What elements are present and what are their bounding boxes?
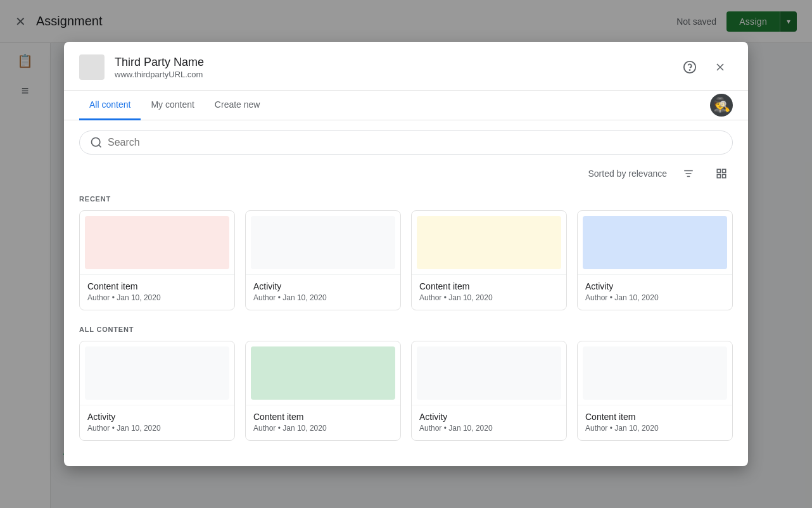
card-meta-3: Author • Jan 10, 2020 — [419, 293, 559, 302]
card-recent-3[interactable]: Content item Author • Jan 10, 2020 — [411, 210, 567, 310]
modal-overlay: Third Party Name www.thirdpartyURL.com — [0, 0, 812, 508]
thumb-image-4 — [583, 216, 727, 269]
card-thumb-4 — [578, 211, 732, 274]
modal-dialog: Third Party Name www.thirdpartyURL.com — [64, 42, 748, 466]
modal-tabs: All content My content Create new 🕵️ — [64, 91, 748, 120]
card-title-2: Activity — [253, 281, 393, 291]
sort-label: Sorted by relevance — [588, 168, 667, 179]
card-title-a4: Content item — [585, 412, 725, 422]
card-all-1[interactable]: Activity Author • Jan 10, 2020 — [79, 341, 235, 441]
modal-title-group: Third Party Name www.thirdpartyURL.com — [115, 55, 677, 79]
card-meta-a2: Author • Jan 10, 2020 — [253, 424, 393, 433]
card-info-1: Content item Author • Jan 10, 2020 — [80, 274, 234, 310]
modal-body: RECENT Content item Author • Jan 10, 202… — [64, 185, 748, 466]
modal-close-button[interactable] — [707, 54, 733, 80]
card-thumb-1 — [80, 211, 234, 274]
card-all-4[interactable]: Content item Author • Jan 10, 2020 — [577, 341, 733, 441]
card-thumb-a4 — [578, 341, 732, 405]
thumb-image-2 — [251, 216, 395, 269]
modal-header: Third Party Name www.thirdpartyURL.com — [64, 42, 748, 91]
tab-create-new[interactable]: Create new — [205, 91, 270, 120]
card-info-2: Activity Author • Jan 10, 2020 — [246, 274, 400, 310]
card-recent-1[interactable]: Content item Author • Jan 10, 2020 — [79, 210, 235, 310]
card-info-3: Content item Author • Jan 10, 2020 — [412, 274, 566, 310]
card-title-3: Content item — [419, 281, 559, 291]
search-input[interactable] — [108, 137, 722, 148]
card-thumb-a3 — [412, 341, 566, 405]
third-party-logo — [79, 54, 105, 80]
card-info-a4: Content item Author • Jan 10, 2020 — [578, 405, 732, 440]
card-recent-2[interactable]: Activity Author • Jan 10, 2020 — [245, 210, 401, 310]
recent-cards-grid: Content item Author • Jan 10, 2020 Activ… — [79, 210, 733, 310]
card-meta-2: Author • Jan 10, 2020 — [253, 293, 393, 302]
svg-rect-14 — [717, 175, 720, 178]
card-title-1: Content item — [87, 281, 227, 291]
all-content-section-label: ALL CONTENT — [79, 326, 733, 333]
thumb-image-3 — [417, 216, 561, 269]
svg-rect-15 — [723, 175, 726, 178]
card-meta-a1: Author • Jan 10, 2020 — [87, 424, 227, 433]
all-content-cards-grid: Activity Author • Jan 10, 2020 Content i… — [79, 341, 733, 441]
card-all-2[interactable]: Content item Author • Jan 10, 2020 — [245, 341, 401, 441]
grid-view-button[interactable] — [710, 162, 733, 185]
card-thumb-2 — [246, 211, 400, 274]
search-icon — [90, 136, 103, 149]
svg-point-7 — [92, 138, 100, 146]
card-recent-4[interactable]: Activity Author • Jan 10, 2020 — [577, 210, 733, 310]
card-thumb-3 — [412, 211, 566, 274]
search-bar — [79, 130, 733, 155]
card-title-4: Activity — [585, 281, 725, 291]
card-title-a3: Activity — [419, 412, 559, 422]
recent-section-label: RECENT — [79, 195, 733, 203]
thumb-image-1 — [85, 216, 229, 269]
card-info-a3: Activity Author • Jan 10, 2020 — [412, 405, 566, 440]
card-all-3[interactable]: Activity Author • Jan 10, 2020 — [411, 341, 567, 441]
modal-url: www.thirdpartyURL.com — [115, 70, 677, 79]
thumb-image-a4 — [583, 346, 727, 400]
svg-rect-13 — [723, 169, 726, 172]
search-area — [64, 120, 748, 155]
sort-button[interactable] — [677, 162, 700, 185]
sort-area: Sorted by relevance — [64, 155, 748, 185]
svg-rect-12 — [717, 169, 720, 172]
card-thumb-a2 — [246, 341, 400, 405]
card-info-4: Activity Author • Jan 10, 2020 — [578, 274, 732, 310]
avatar-emoji: 🕵️ — [713, 98, 730, 112]
thumb-image-a3 — [417, 346, 561, 400]
card-meta-a4: Author • Jan 10, 2020 — [585, 424, 725, 433]
tab-my-content[interactable]: My content — [141, 91, 204, 120]
card-meta-1: Author • Jan 10, 2020 — [87, 293, 227, 302]
modal-header-actions — [677, 54, 733, 80]
card-info-a1: Activity Author • Jan 10, 2020 — [80, 405, 234, 440]
user-avatar[interactable]: 🕵️ — [710, 94, 733, 117]
thumb-image-a2 — [251, 346, 395, 400]
tab-all-content[interactable]: All content — [79, 91, 141, 120]
thumb-image-a1 — [85, 346, 229, 400]
card-meta-a3: Author • Jan 10, 2020 — [419, 424, 559, 433]
card-meta-4: Author • Jan 10, 2020 — [585, 293, 725, 302]
card-info-a2: Content item Author • Jan 10, 2020 — [246, 405, 400, 440]
card-title-a1: Activity — [87, 412, 227, 422]
modal-title: Third Party Name — [115, 55, 677, 70]
card-thumb-a1 — [80, 341, 234, 405]
card-title-a2: Content item — [253, 412, 393, 422]
help-button[interactable] — [677, 54, 702, 80]
svg-line-8 — [99, 145, 101, 148]
